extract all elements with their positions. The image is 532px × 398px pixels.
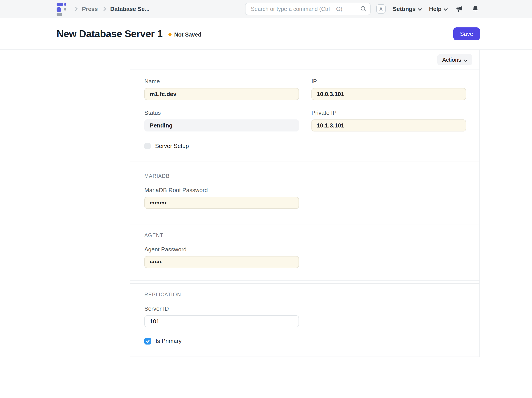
settings-label: Settings <box>393 6 416 13</box>
root-password-input[interactable]: ••••••• <box>144 197 299 209</box>
navbar-right-cluster: A Settings Help <box>376 4 480 13</box>
unsaved-dot-icon <box>168 33 171 36</box>
name-label: Name <box>144 78 299 85</box>
root-password-label: MariaDB Root Password <box>144 187 465 194</box>
mariadb-heading: MARIADB <box>144 173 465 179</box>
section-agent: AGENT Agent Password ••••• <box>130 224 479 281</box>
field-root-password: MariaDB Root Password ••••••• <box>144 187 465 209</box>
logo-shape <box>64 8 66 11</box>
chevron-down-icon <box>444 6 448 13</box>
section-replication: REPLICATION Server ID 101 Is Primary <box>130 283 479 357</box>
form-toolbar: Actions <box>130 50 479 70</box>
name-input[interactable]: m1.fc.dev <box>144 88 299 100</box>
ip-input[interactable]: 10.0.3.101 <box>311 88 466 100</box>
server-setup-checkbox[interactable] <box>144 143 151 149</box>
caret-down-icon <box>464 56 467 63</box>
field-is-primary: Is Primary <box>144 338 465 345</box>
page-title: New Database Server 1 <box>57 28 163 39</box>
unsaved-text: Not Saved <box>174 32 201 38</box>
field-private-ip: Private IP 10.1.3.101 <box>311 109 466 131</box>
actions-label: Actions <box>442 56 461 63</box>
replication-heading: REPLICATION <box>144 292 465 298</box>
field-server-id: Server ID 101 <box>144 305 465 327</box>
breadcrumb-press[interactable]: Press <box>82 6 98 13</box>
agent-password-input[interactable]: ••••• <box>144 256 299 268</box>
agent-password-label: Agent Password <box>144 246 465 253</box>
logo-shape <box>57 13 62 16</box>
app-window: Press Database Se... A Settings Help <box>0 0 532 398</box>
notifications-bell-icon[interactable] <box>471 5 480 13</box>
breadcrumb-database-server[interactable]: Database Se... <box>110 6 150 13</box>
status-label: Status <box>144 109 299 116</box>
field-agent-password: Agent Password ••••• <box>144 246 465 268</box>
section-details: Name m1.fc.dev IP 10.0.3.101 Status Pend… <box>130 70 479 162</box>
agent-heading: AGENT <box>144 232 465 238</box>
field-server-setup: Server Setup <box>144 143 299 149</box>
is-primary-checkbox[interactable] <box>144 338 151 345</box>
chevron-right-icon <box>103 6 106 11</box>
ip-label: IP <box>311 78 466 85</box>
private-ip-label: Private IP <box>311 109 466 116</box>
chevron-right-icon <box>75 6 78 11</box>
avatar[interactable]: A <box>376 4 386 13</box>
save-button[interactable]: Save <box>453 27 480 40</box>
app-logo[interactable] <box>57 2 68 16</box>
search-icon <box>360 5 367 14</box>
status-value: Pending <box>144 119 299 131</box>
actions-button[interactable]: Actions <box>437 54 472 65</box>
field-ip: IP 10.0.3.101 <box>311 78 466 100</box>
help-menu[interactable]: Help <box>429 6 448 13</box>
logo-shape <box>64 3 66 6</box>
section-mariadb: MARIADB MariaDB Root Password ••••••• <box>130 165 479 221</box>
announcements-icon[interactable] <box>455 5 464 13</box>
private-ip-input[interactable]: 10.1.3.101 <box>311 119 466 131</box>
logo-shape <box>57 3 63 6</box>
server-setup-label[interactable]: Server Setup <box>155 143 189 149</box>
is-primary-label[interactable]: Is Primary <box>156 338 182 345</box>
field-name: Name m1.fc.dev <box>144 78 299 100</box>
search-input[interactable] <box>245 3 371 15</box>
server-id-input[interactable]: 101 <box>144 315 299 327</box>
page-header: New Database Server 1 Not Saved Save <box>0 18 532 50</box>
form-container: Actions Name m1.fc.dev IP 10.0.3.101 Sta… <box>130 50 480 357</box>
unsaved-indicator: Not Saved <box>168 32 201 38</box>
server-id-label: Server ID <box>144 305 465 312</box>
top-navbar: Press Database Se... A Settings Help <box>0 0 532 18</box>
settings-menu[interactable]: Settings <box>393 6 422 13</box>
logo-shape <box>57 7 61 12</box>
help-label: Help <box>429 6 442 13</box>
chevron-down-icon <box>418 6 422 13</box>
global-search <box>245 3 371 15</box>
field-status: Status Pending <box>144 109 299 131</box>
avatar-letter: A <box>379 6 383 12</box>
